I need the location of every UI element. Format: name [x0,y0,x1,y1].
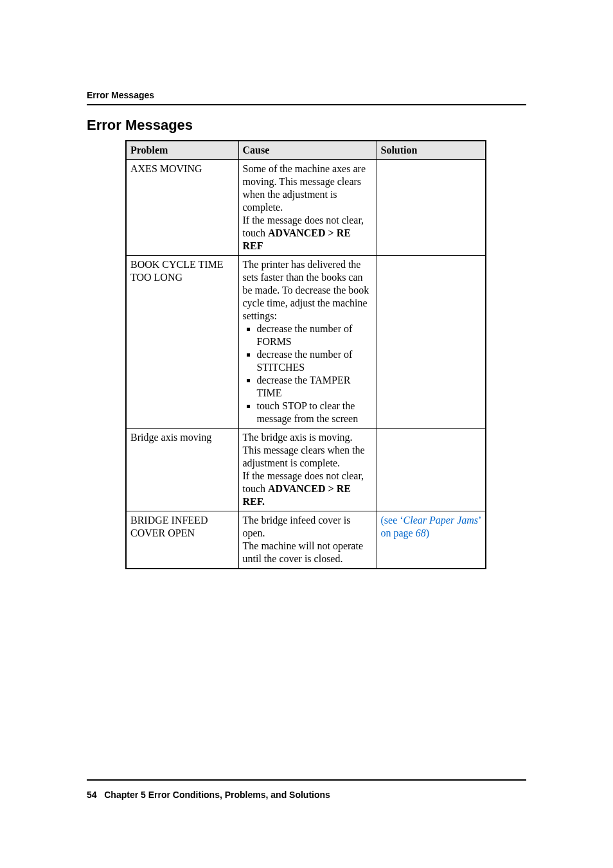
cause-text: The bridge infeed cover is open. [243,515,351,538]
cause-text: The machine will not operate until the c… [243,540,363,564]
cell-cause: The bridge axis is moving. This message … [238,429,377,511]
cell-problem: BRIDGE INFEED COVER OPEN [126,511,238,569]
cell-cause: The bridge infeed cover is open. The mac… [238,511,377,569]
table-row: BRIDGE INFEED COVER OPEN The bridge infe… [126,511,486,569]
list-item: decrease the TAMPER TIME [257,374,373,400]
col-problem: Problem [126,141,238,160]
page-footer: 54 Chapter 5 Error Conditions, Problems,… [87,779,526,800]
cell-cause: The printer has delivered the sets faste… [238,256,377,429]
table-row: BOOK CYCLE TIME TOO LONG The printer has… [126,256,486,429]
list-item: decrease the number of FORMS [257,323,373,348]
link-page: 68 [416,527,426,538]
cause-text: Some of the machine axes are moving. Thi… [243,163,366,213]
top-rule [87,104,526,105]
cell-solution: (see ‘Clear Paper Jams’ on page 68) [377,511,486,569]
table-header-row: Problem Cause Solution [126,141,486,160]
cell-solution [377,160,486,256]
cell-solution [377,429,486,511]
cause-text: The bridge axis is moving. This message … [243,432,365,468]
table-row: AXES MOVING Some of the machine axes are… [126,160,486,256]
link-title: Clear Paper Jams [404,515,478,526]
cause-text: The printer has delivered the sets faste… [243,259,369,321]
cell-problem: Bridge axis moving [126,429,238,511]
bottom-rule [87,779,526,781]
list-item: touch STOP to clear the message from the… [257,400,373,425]
section-title: Error Messages [87,117,526,134]
link-open: (see ‘ [381,515,404,526]
cell-problem: BOOK CYCLE TIME TOO LONG [126,256,238,429]
list-item: decrease the number of STITCHES [257,348,373,374]
solution-link[interactable]: (see ‘Clear Paper Jams’ on page 68) [381,515,481,538]
running-head: Error Messages [87,90,526,100]
chapter-title: Chapter 5 Error Conditions, Problems, an… [104,790,330,800]
error-messages-table: Problem Cause Solution AXES MOVING Some … [125,140,486,569]
cause-list: decrease the number of FORMS decrease th… [243,323,373,425]
link-close: ) [426,527,429,538]
cell-cause: Some of the machine axes are moving. Thi… [238,160,377,256]
col-solution: Solution [377,141,486,160]
col-cause: Cause [238,141,377,160]
cell-solution [377,256,486,429]
table-row: Bridge axis moving The bridge axis is mo… [126,429,486,511]
page-number: 54 [87,790,97,800]
cell-problem: AXES MOVING [126,160,238,256]
